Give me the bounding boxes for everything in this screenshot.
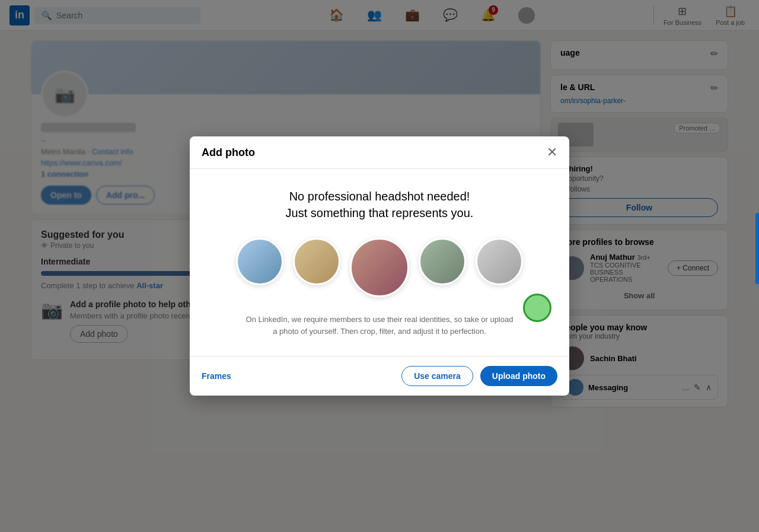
right-edge-bar <box>755 213 759 284</box>
modal-body: No professional headshot needed! Just so… <box>190 169 569 356</box>
use-camera-button[interactable]: Use camera <box>401 366 473 386</box>
sample-avatar-3 <box>350 238 409 297</box>
upload-photo-button[interactable]: Upload photo <box>480 366 557 386</box>
sample-avatar-1 <box>236 238 283 285</box>
add-photo-modal: Add photo ✕ No professional headshot nee… <box>190 136 569 396</box>
modal-description: On LinkedIn, we require members to use t… <box>243 314 516 337</box>
modal-headline: No professional headshot needed! Just so… <box>213 188 546 221</box>
sample-avatar-4 <box>419 238 466 285</box>
modal-footer-actions: Use camera Upload photo <box>401 366 557 386</box>
modal-close-button[interactable]: ✕ <box>547 146 557 159</box>
modal-footer: Frames Use camera Upload photo <box>190 356 569 396</box>
modal-title: Add photo <box>202 146 255 159</box>
frames-button[interactable]: Frames <box>202 367 231 386</box>
modal-header: Add photo ✕ <box>190 136 569 169</box>
sample-avatar-2 <box>293 238 340 285</box>
modal-sample-avatars <box>213 238 546 297</box>
modal-overlay: Add photo ✕ No professional headshot nee… <box>0 0 759 532</box>
sample-avatar-5 <box>476 238 523 285</box>
